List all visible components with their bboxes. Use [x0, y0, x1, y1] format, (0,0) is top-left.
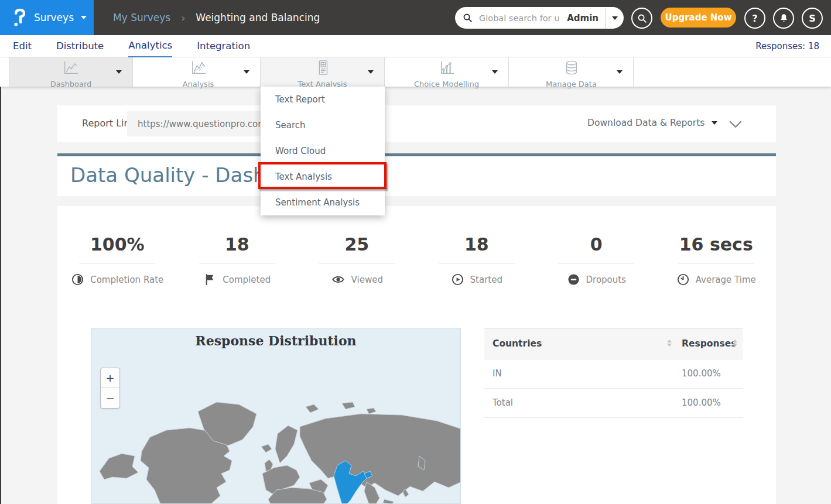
- download-data-reports-dropdown[interactable]: Download Data & Reports: [587, 118, 717, 128]
- download-label: Download Data & Reports: [587, 118, 705, 128]
- header-search-button[interactable]: [631, 8, 652, 29]
- stats-row: 100% Completion Rate 18 Completed: [57, 234, 776, 286]
- breadcrumb-separator-icon: ›: [181, 12, 185, 24]
- top-header: Surveys My Surveys › Weighting and Balan…: [0, 0, 831, 35]
- toolbar-manage-data-button[interactable]: Manage Data: [509, 57, 634, 87]
- search-icon: [463, 13, 473, 23]
- stat-label: Dropouts: [586, 275, 626, 285]
- stat-completion-rate: 100% Completion Rate: [57, 234, 177, 286]
- chevron-down-icon: [368, 70, 374, 74]
- stat-value: 18: [464, 234, 489, 255]
- global-search-input[interactable]: [478, 13, 560, 23]
- toolbar-dashboard-button[interactable]: Dashboard: [9, 57, 133, 87]
- text-document-icon: [313, 60, 332, 78]
- product-label: Surveys: [34, 12, 74, 23]
- toolbar-analysis-button[interactable]: Analysis: [136, 57, 261, 87]
- collapse-chevron-icon[interactable]: [729, 119, 742, 131]
- dashboard-card: 100% Completion Rate 18 Completed: [57, 206, 776, 504]
- menu-item-sentiment-analysis[interactable]: Sentiment Analysis: [261, 190, 385, 215]
- toolbar-item-label: Dashboard: [50, 80, 92, 88]
- countries-table-header[interactable]: Countries Responses: [484, 328, 743, 359]
- toolbar-text-analysis-button[interactable]: Text Analysis: [261, 57, 385, 87]
- divider: [558, 263, 634, 263]
- toolbar-item-label: Manage Data: [546, 80, 597, 88]
- menu-item-text-report[interactable]: Text Report: [261, 87, 385, 112]
- country-cell: IN: [493, 368, 502, 379]
- responses-count[interactable]: Responses: 18: [755, 35, 819, 57]
- analytics-toolbar: Dashboard Analysis: [0, 57, 831, 87]
- divider: [319, 263, 395, 263]
- table-row: IN 100.00%: [484, 359, 743, 389]
- stat-average-time: 16 secs Average Time: [656, 234, 777, 286]
- database-icon: [562, 60, 581, 78]
- bell-icon: [779, 13, 789, 23]
- stat-label: Started: [470, 275, 502, 285]
- responses-cell: 100.00%: [682, 397, 721, 408]
- menu-item-search[interactable]: Search: [261, 112, 385, 138]
- report-link-card: Report Link Download Data & Reports: [57, 105, 776, 142]
- avatar-initial: S: [809, 13, 816, 24]
- page-title-card: Data Quality - Dash: [57, 156, 776, 196]
- scope-caret-icon: [612, 16, 618, 20]
- chevron-down-icon: [617, 70, 623, 74]
- tab-analytics[interactable]: Analytics: [128, 35, 172, 57]
- stat-value: 0: [590, 234, 603, 255]
- responses-column-header[interactable]: Responses: [682, 338, 736, 349]
- stat-dropouts: 0 Dropouts: [536, 234, 656, 286]
- chevron-down-icon: [492, 70, 498, 74]
- menu-item-word-cloud[interactable]: Word Cloud: [261, 138, 385, 164]
- contrast-icon: [71, 273, 84, 286]
- stat-value: 18: [225, 234, 249, 255]
- divider: [199, 263, 275, 263]
- table-row: Total 100.00%: [484, 389, 743, 418]
- response-distribution-map[interactable]: Response Distribution + −: [91, 328, 461, 504]
- play-circle-icon: [451, 273, 464, 286]
- app-window: Surveys My Surveys › Weighting and Balan…: [0, 0, 831, 504]
- stat-completed: 18 Completed: [177, 234, 297, 286]
- stat-viewed: 25 Viewed: [297, 234, 417, 286]
- chevron-down-icon: [116, 70, 122, 74]
- stat-started: 18 Started: [417, 234, 537, 286]
- toolbar-item-label: Choice Modelling: [414, 80, 479, 88]
- sort-icon[interactable]: [667, 340, 672, 347]
- world-map-graphic[interactable]: [91, 395, 461, 504]
- surveys-product-switcher[interactable]: Surveys: [0, 0, 94, 35]
- sort-icon[interactable]: [733, 340, 737, 347]
- chevron-down-icon: [244, 70, 249, 74]
- line-chart-icon: [61, 60, 80, 78]
- country-cell: Total: [493, 397, 513, 408]
- page-title: Data Quality - Dash: [70, 163, 266, 187]
- stat-label: Completion Rate: [90, 275, 163, 285]
- eye-icon: [331, 273, 346, 286]
- breadcrumb-parent-link[interactable]: My Surveys: [113, 12, 170, 23]
- tab-distribute[interactable]: Distribute: [56, 35, 104, 57]
- search-icon: [637, 13, 647, 23]
- scatter-chart-icon: [437, 60, 456, 78]
- search-scope-selector[interactable]: Admin: [560, 7, 624, 29]
- chevron-down-icon: [712, 121, 717, 125]
- upgrade-now-button[interactable]: Upgrade Now: [661, 8, 736, 28]
- question-mark-icon: ?: [752, 13, 757, 24]
- divider: [678, 263, 754, 263]
- responses-cell: 100.00%: [682, 368, 721, 379]
- divider: [439, 263, 515, 263]
- notifications-button[interactable]: [773, 8, 794, 29]
- countries-column-header[interactable]: Countries: [493, 338, 542, 349]
- toolbar-choice-modelling-button[interactable]: Choice Modelling: [385, 57, 509, 87]
- stat-value: 100%: [90, 234, 145, 255]
- flag-icon: [203, 273, 217, 286]
- search-scope-label: Admin: [560, 13, 606, 23]
- window-left-edge: [0, 87, 1, 504]
- user-avatar[interactable]: S: [802, 8, 823, 29]
- stat-value: 25: [344, 234, 369, 255]
- breadcrumb: My Surveys › Weighting and Balancing: [113, 0, 320, 35]
- questionpro-logo-icon: [12, 8, 27, 27]
- divider: [79, 263, 155, 263]
- menu-item-text-analysis[interactable]: Text Analysis: [261, 164, 385, 190]
- tab-integration[interactable]: Integration: [197, 35, 250, 57]
- minus-circle-icon: [567, 273, 580, 286]
- zoom-in-button[interactable]: +: [101, 368, 119, 388]
- stat-label: Average Time: [696, 275, 756, 285]
- help-button[interactable]: ?: [744, 8, 765, 29]
- tab-edit[interactable]: Edit: [13, 35, 32, 57]
